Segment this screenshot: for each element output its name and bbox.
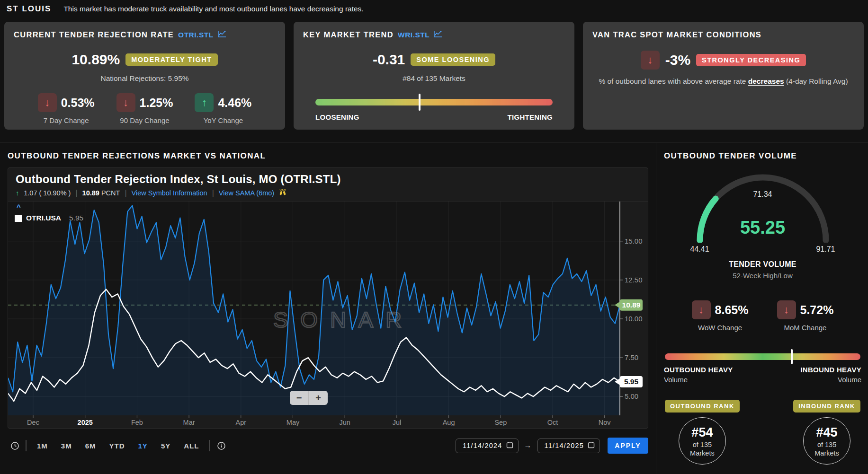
down-arrow-icon: ↓ <box>641 51 660 70</box>
rejection-status-badge: MODERATELY TIGHT <box>125 53 217 66</box>
calendar-icon <box>506 441 513 450</box>
down-arrow-icon: ↓ <box>38 93 57 112</box>
volume-gradient-bar <box>665 353 860 360</box>
wow-change: ↓ 8.65% WoW Change <box>692 300 749 332</box>
inbound-rank-circle: #45 of 135 Markets <box>803 417 850 465</box>
svg-text:Jul: Jul <box>393 419 402 426</box>
trend-scale <box>315 99 553 105</box>
symbol-link-wri[interactable]: WRI.STL <box>398 31 430 39</box>
section-title: OUTBOUND TENDER REJECTIONS MARKET VS NAT… <box>8 151 648 161</box>
clock-icon[interactable] <box>8 441 22 450</box>
volume-balance-marker <box>791 349 793 364</box>
card-title: CURRENT TENDER REJECTION RATE <box>14 30 174 39</box>
chart-card: Outbound Tender Rejection Index, St Loui… <box>8 167 648 429</box>
main-content: OUTBOUND TENDER REJECTIONS MARKET VS NAT… <box>0 142 868 474</box>
up-arrow-icon: ↑ <box>195 93 214 112</box>
market-description-link[interactable]: This market has moderate truck availabil… <box>63 5 363 13</box>
divider <box>209 440 210 451</box>
info-icon[interactable] <box>214 441 228 450</box>
range-1m-button[interactable]: 1M <box>30 439 54 453</box>
change-value: 1.25% <box>140 96 173 110</box>
trend-status-badge: SOME LOOSENING <box>411 53 495 66</box>
down-arrow-icon: ↓ <box>777 300 796 319</box>
inbound-rank-badge: INBOUND RANK <box>793 400 860 413</box>
svg-text:Jun: Jun <box>340 419 350 426</box>
chart-change-value: 1.07 ( 10.90% ) <box>24 189 71 197</box>
celebration-hands-icon <box>279 189 286 197</box>
line-chart-icon[interactable] <box>218 30 226 39</box>
chart-legend[interactable]: ^ OTRI.USA 5.95 <box>15 204 83 222</box>
range-5y-button[interactable]: 5Y <box>154 439 177 453</box>
range-1y-button[interactable]: 1Y <box>132 439 154 453</box>
gauge-subcaption: 52-Week High/Low <box>664 272 861 280</box>
gauge-caption: TENDER VOLUME <box>664 260 861 269</box>
apply-button[interactable]: APPLY <box>608 438 648 454</box>
gauge-min-value: 44.41 <box>690 245 709 254</box>
sidebar-title: OUTBOUND TENDER VOLUME <box>664 151 861 161</box>
change-label: YoY Change <box>195 116 251 124</box>
symbol-link-otri[interactable]: OTRI.STL <box>178 31 214 39</box>
outbound-rank: OUTBOUND RANK #54 of 135 Markets <box>665 400 740 465</box>
change-yoy: ↑ 4.46% YoY Change <box>195 93 251 124</box>
legend-symbol: OTRI.USA <box>26 214 61 222</box>
chart-last-value: 10.89 PCNT <box>82 189 120 197</box>
change-90day: ↓ 1.25% 90 Day Change <box>116 93 173 124</box>
outbound-heavy-label: OUTBOUND HEAVY Volume <box>664 366 733 384</box>
svg-text:Sep: Sep <box>494 419 507 426</box>
range-ytd-button[interactable]: YTD <box>103 439 132 453</box>
chevron-up-icon[interactable]: ^ <box>17 204 83 210</box>
chart-title: Outbound Tender Rejection Index, St Loui… <box>16 173 640 186</box>
trend-gradient-bar <box>315 99 553 105</box>
svg-text:Aug: Aug <box>443 419 455 426</box>
down-arrow-icon: ↓ <box>692 300 711 319</box>
svg-text:5.95: 5.95 <box>624 377 639 386</box>
divider: | <box>75 189 77 197</box>
range-6m-button[interactable]: 6M <box>79 439 103 453</box>
spot-value: -3% <box>665 52 690 68</box>
zoom-out-button[interactable]: − <box>290 391 309 405</box>
svg-text:Nov: Nov <box>599 419 611 426</box>
svg-text:5.00: 5.00 <box>625 392 638 400</box>
range-3m-button[interactable]: 3M <box>54 439 79 453</box>
inbound-rank: INBOUND RANK #45 of 135 Markets <box>793 400 860 465</box>
change-label: WoW Change <box>692 324 749 332</box>
spot-description: % of outbound lanes with above average r… <box>592 77 854 86</box>
date-to-input[interactable]: 11/14/2025 <box>537 439 600 453</box>
national-rejections-label: National Rejections: 5.95% <box>14 74 276 83</box>
tightening-label: TIGHTENING <box>508 113 553 121</box>
trend-value: -0.31 <box>373 52 405 68</box>
change-value: 4.46% <box>218 96 251 110</box>
loosening-label: LOOSENING <box>315 113 359 121</box>
down-arrow-icon: ↓ <box>116 93 135 112</box>
change-value: 5.72% <box>800 303 834 317</box>
svg-text:Mar: Mar <box>183 419 195 426</box>
tender-volume-gauge: 71.34 55.25 44.41 91.71 <box>689 169 836 258</box>
card-title: VAN TRAC SPOT MARKET CONDITIONS <box>592 30 761 39</box>
spot-market-card: VAN TRAC SPOT MARKET CONDITIONS ↓ -3% ST… <box>583 22 864 130</box>
divider <box>26 440 27 451</box>
view-symbol-info-link[interactable]: View Symbol Information <box>132 189 207 197</box>
summary-cards-row: CURRENT TENDER REJECTION RATE OTRI.STL 1… <box>0 18 868 130</box>
view-sama-link[interactable]: View SAMA (6mo) <box>219 189 274 197</box>
series-swatch <box>15 215 22 222</box>
svg-text:2025: 2025 <box>78 419 93 426</box>
date-from-input[interactable]: 11/14/2024 <box>456 439 519 453</box>
price-chart-plot[interactable]: Dec2025FebMarAprMayJunJulAugSepOctNov15.… <box>8 201 648 427</box>
range-all-button[interactable]: ALL <box>177 439 206 453</box>
svg-text:Apr: Apr <box>236 419 247 426</box>
spot-status-badge: STRONGLY DECREASING <box>696 54 806 66</box>
chart-toolbar: 1M 3M 6M YTD 1Y 5Y ALL 11/14/2024 → 11/1… <box>8 436 648 455</box>
trend-marker <box>419 94 421 111</box>
svg-text:May: May <box>286 419 300 426</box>
svg-text:Feb: Feb <box>131 419 143 426</box>
change-label: MoM Change <box>777 324 834 332</box>
inbound-heavy-label: INBOUND HEAVY Volume <box>800 366 861 384</box>
zoom-in-button[interactable]: + <box>309 391 328 405</box>
svg-text:7.50: 7.50 <box>625 353 638 361</box>
line-chart-icon[interactable] <box>434 30 442 39</box>
outbound-rank-badge: OUTBOUND RANK <box>665 400 740 413</box>
volume-balance-scale <box>665 353 860 360</box>
decreases-link[interactable]: decreases <box>748 77 784 85</box>
svg-text:10.00: 10.00 <box>625 315 643 323</box>
trend-rank-label: #84 of 135 Markets <box>303 74 565 83</box>
